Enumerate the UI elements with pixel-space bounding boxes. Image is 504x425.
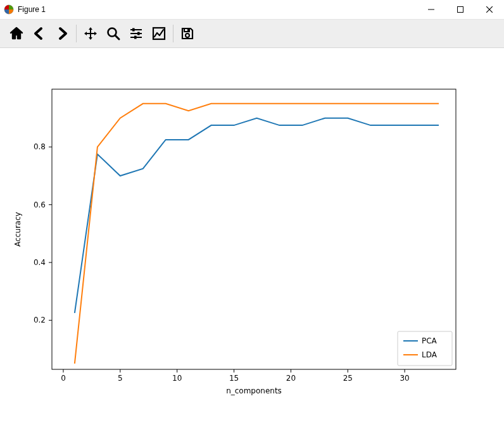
app-icon	[4, 4, 14, 15]
ytick-label: 0.2	[34, 316, 46, 324]
configure-subplots-icon[interactable]	[125, 22, 148, 45]
home-icon[interactable]	[5, 22, 28, 45]
ytick-label: 0.4	[34, 258, 46, 267]
xtick-label: 25	[343, 374, 353, 383]
minimize-button[interactable]	[417, 0, 446, 19]
svg-rect-3	[132, 28, 135, 32]
toolbar-separator	[173, 25, 173, 42]
pan-icon[interactable]	[79, 22, 102, 45]
mpl-toolbar	[0, 19, 504, 48]
xtick-label: 30	[400, 374, 409, 383]
xtick-label: 0	[61, 374, 66, 383]
maximize-button[interactable]	[446, 0, 475, 19]
series-line-pca	[75, 118, 439, 313]
svg-rect-5	[134, 36, 137, 39]
series-line-lda	[75, 104, 439, 364]
axes-spines	[52, 89, 456, 369]
ytick-label: 0.8	[34, 142, 46, 151]
xlabel: n_components	[226, 386, 282, 395]
ylabel: Accuracy	[13, 212, 22, 247]
edit-axes-icon[interactable]	[148, 22, 170, 45]
svg-rect-4	[137, 32, 140, 35]
xtick-label: 20	[286, 374, 296, 383]
back-icon[interactable]	[28, 22, 51, 45]
forward-icon[interactable]	[51, 22, 73, 45]
legend-label: LDA	[422, 350, 438, 359]
window-titlebar: Figure 1	[0, 0, 504, 19]
svg-rect-8	[187, 29, 189, 31]
ytick-label: 0.6	[34, 200, 46, 209]
xtick-label: 15	[229, 374, 239, 383]
xtick-label: 5	[118, 374, 123, 383]
plot-canvas[interactable]: 0510152025300.20.40.60.8n_componentsAccu…	[0, 48, 504, 425]
xtick-label: 10	[172, 374, 182, 383]
toolbar-separator	[76, 25, 77, 42]
close-button[interactable]	[475, 0, 504, 19]
legend-label: PCA	[422, 336, 438, 345]
zoom-icon[interactable]	[102, 22, 125, 45]
window-title: Figure 1	[18, 5, 46, 14]
svg-rect-1	[458, 7, 463, 13]
save-icon[interactable]	[176, 22, 199, 45]
svg-point-9	[186, 34, 189, 37]
